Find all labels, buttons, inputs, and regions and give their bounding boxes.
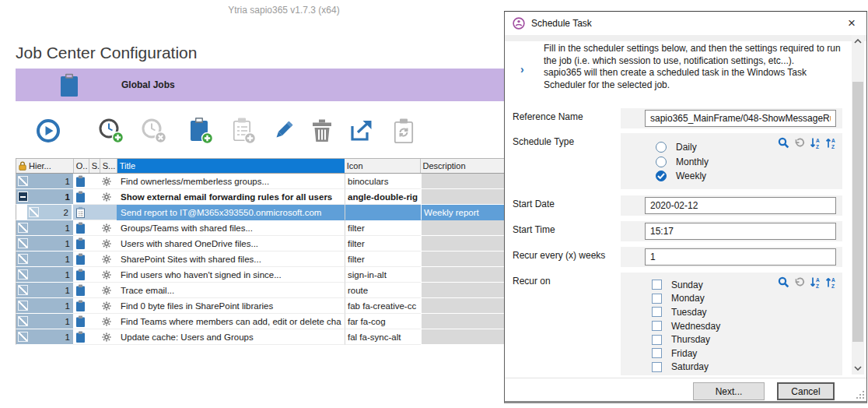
job-icon-cell[interactable]: filter: [345, 236, 421, 251]
search-icon[interactable]: [778, 276, 789, 290]
row-selector-cell[interactable]: 1: [16, 283, 73, 298]
day-option[interactable]: Thursday: [652, 332, 842, 346]
job-icon-cell[interactable]: sign-in-alt: [345, 267, 421, 283]
job-title-cell[interactable]: Show external email forwarding rules for…: [117, 189, 345, 205]
row-selector-cell[interactable]: 1: [16, 267, 73, 283]
column-header-icon[interactable]: Icon: [345, 159, 421, 173]
add-job-from-template-button[interactable]: [228, 117, 259, 148]
job-icon-cell[interactable]: binoculars: [345, 174, 421, 189]
dialog-title-bar[interactable]: Schedule Task ×: [505, 12, 866, 35]
job-title-cell[interactable]: Find Teams where members can add, edit o…: [117, 314, 345, 329]
row-checkbox[interactable]: [18, 223, 28, 233]
table-row[interactable]: 1Find Teams where members can add, edit …: [16, 314, 562, 329]
scrollbar-thumb[interactable]: [852, 82, 863, 342]
reference-name-input[interactable]: [645, 110, 836, 127]
scroll-down-icon[interactable]: [852, 362, 864, 375]
row-checkbox[interactable]: [18, 301, 28, 311]
run-job-button[interactable]: [33, 117, 64, 148]
sort-descending-icon[interactable]: AZ: [825, 276, 836, 290]
global-jobs-banner[interactable]: Global Jobs: [16, 69, 504, 101]
job-icon-cell[interactable]: fab fa-creative-cc: [345, 298, 421, 314]
radio-button[interactable]: [656, 171, 667, 181]
row-selector-cell[interactable]: 1: [16, 189, 73, 205]
table-row[interactable]: 1Groups/Teams with shared files...filter: [16, 220, 562, 236]
export-job-button[interactable]: [345, 117, 376, 148]
row-selector-cell[interactable]: 1: [16, 251, 73, 267]
row-selector-cell[interactable]: 1: [16, 174, 73, 189]
radio-button[interactable]: [656, 157, 667, 167]
column-header-s1[interactable]: S...: [89, 159, 100, 173]
refresh-job-button[interactable]: [388, 117, 419, 148]
row-selector-cell[interactable]: 1: [16, 298, 73, 314]
checkbox[interactable]: [652, 294, 662, 304]
column-header-o[interactable]: O..: [74, 159, 89, 173]
collapse-box-icon[interactable]: [18, 192, 28, 202]
table-row[interactable]: 1Find users who haven't signed in since.…: [16, 267, 562, 283]
row-checkbox[interactable]: [18, 316, 28, 326]
checkbox[interactable]: [652, 335, 662, 345]
sort-ascending-icon[interactable]: AZ: [810, 276, 821, 290]
search-icon[interactable]: [778, 137, 789, 151]
job-title-cell[interactable]: Find users who haven't signed in since..…: [117, 267, 345, 283]
row-checkbox[interactable]: [18, 176, 28, 186]
start-date-input[interactable]: [645, 197, 836, 214]
job-icon-cell[interactable]: far fa-cog: [345, 314, 421, 329]
day-option[interactable]: Wednesday: [652, 319, 842, 333]
row-selector-cell[interactable]: 1: [16, 314, 73, 329]
start-time-input[interactable]: [645, 223, 836, 240]
sort-ascending-icon[interactable]: AZ: [810, 137, 821, 151]
table-row[interactable]: 1Find 0 byte files in SharePoint librari…: [16, 298, 562, 314]
schedule-job-button[interactable]: [96, 117, 127, 148]
job-title-cell[interactable]: Find ownerless/memberless groups...: [117, 174, 345, 189]
cancel-button[interactable]: Cancel: [777, 382, 835, 400]
close-icon[interactable]: ×: [842, 13, 862, 33]
column-header-s2[interactable]: S...: [100, 159, 117, 173]
table-row[interactable]: 2Send report to IT@M365x393550.onmicroso…: [16, 205, 562, 220]
resize-grip[interactable]: [856, 390, 865, 399]
row-checkbox[interactable]: [29, 207, 39, 217]
job-icon-cell[interactable]: angle-double-rig: [345, 189, 421, 205]
row-selector-cell[interactable]: 1: [16, 329, 73, 345]
job-icon-cell[interactable]: fal fa-sync-alt: [345, 329, 421, 345]
dialog-scrollbar[interactable]: [852, 35, 864, 375]
checkbox[interactable]: [652, 321, 662, 331]
column-header-hierarchy[interactable]: Hier...: [16, 159, 74, 173]
job-title-cell[interactable]: SharePoint Sites with shared files...: [117, 251, 345, 267]
radio-button[interactable]: [656, 142, 667, 153]
scroll-up-icon[interactable]: [852, 35, 864, 47]
delete-job-button[interactable]: [306, 117, 338, 148]
edit-job-button[interactable]: [268, 117, 299, 148]
radio-option[interactable]: Monthly: [656, 155, 842, 170]
unschedule-job-button[interactable]: [138, 117, 170, 148]
table-row[interactable]: 1Update cache: Users and Groupsfal fa-sy…: [16, 329, 562, 345]
checkbox[interactable]: [652, 348, 662, 358]
recur-every-input[interactable]: [645, 248, 836, 266]
column-header-title[interactable]: Title: [117, 159, 345, 173]
job-icon-cell[interactable]: filter: [345, 251, 421, 267]
table-row[interactable]: 1Users with shared OneDrive files...filt…: [16, 236, 562, 251]
row-checkbox[interactable]: [18, 238, 28, 248]
table-row[interactable]: 1Show external email forwarding rules fo…: [16, 189, 562, 205]
job-title-cell[interactable]: Send report to IT@M365x393550.onmicrosof…: [117, 205, 345, 220]
day-option[interactable]: Monday: [652, 292, 842, 306]
job-icon-cell[interactable]: [345, 205, 421, 220]
table-row[interactable]: 1Trace email...route: [16, 283, 562, 298]
row-checkbox[interactable]: [18, 285, 28, 295]
job-title-cell[interactable]: Users with shared OneDrive files...: [117, 236, 345, 251]
table-row[interactable]: 1Find ownerless/memberless groups...bino…: [16, 174, 562, 189]
checkbox[interactable]: [652, 362, 662, 372]
row-selector-cell[interactable]: 1: [16, 236, 73, 251]
next-button[interactable]: Next...: [693, 382, 765, 400]
job-title-cell[interactable]: Find 0 byte files in SharePoint librarie…: [117, 298, 345, 314]
row-checkbox[interactable]: [18, 332, 28, 342]
job-icon-cell[interactable]: filter: [345, 220, 421, 236]
undo-icon[interactable]: [794, 138, 805, 151]
job-title-cell[interactable]: Groups/Teams with shared files...: [117, 220, 345, 236]
job-icon-cell[interactable]: route: [345, 283, 421, 298]
checkbox[interactable]: [652, 280, 662, 290]
job-title-cell[interactable]: Trace email...: [117, 283, 345, 298]
row-selector-cell[interactable]: 1: [16, 220, 73, 236]
radio-option[interactable]: Weekly: [656, 169, 842, 184]
sort-descending-icon[interactable]: AZ: [825, 137, 836, 151]
day-option[interactable]: Saturday: [652, 361, 842, 375]
